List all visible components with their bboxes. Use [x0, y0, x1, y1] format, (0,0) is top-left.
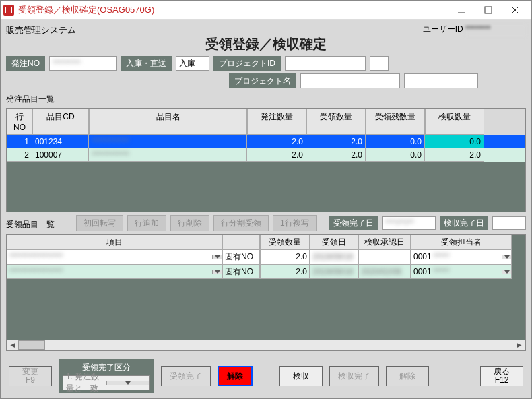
recv-done-kubun: 受領完了区分 1: 発注数量と一致 [59, 359, 154, 393]
recv-done-date-field[interactable]: ****/**/** [382, 216, 436, 230]
col-item-name: 品目名 [89, 109, 247, 135]
col-insp-qty: 検収数量 [425, 109, 484, 135]
change-button: 変更F9 [9, 366, 52, 386]
recv-done-date-label: 受領完了日 [329, 216, 378, 230]
release-button-2: 解除 [386, 366, 429, 386]
project-name-field[interactable] [300, 73, 400, 88]
col-line-no: 行NO [7, 109, 32, 135]
col-pic: 受領担当者 [411, 235, 512, 249]
order-no-label: 発注NO [6, 56, 45, 71]
scroll-right-icon[interactable]: ► [514, 340, 525, 350]
col-item: 項目 [7, 235, 222, 249]
dropdown-icon[interactable] [212, 255, 222, 259]
dropdown-icon[interactable] [502, 270, 511, 274]
app-window: 受領登録／検収確定(OSAG0570G) 販売管理システム ユーザーID ***… [0, 0, 532, 399]
order-items-grid: 行NO 品目CD 品目名 発注数量 受領数量 受領残数量 検収数量 1 0012… [6, 108, 526, 212]
scroll-left-icon[interactable]: ◄ [7, 340, 18, 350]
col-recv-date: 受領日 [310, 235, 358, 249]
project-id-field[interactable] [285, 56, 366, 71]
col-approve-date: 検収承認日 [358, 235, 411, 249]
insp-done-button: 検収完了 [329, 366, 379, 386]
project-name-aux-field[interactable] [404, 73, 478, 88]
insp-done-date-label: 検収完了日 [440, 216, 488, 230]
project-id-aux-field[interactable] [370, 56, 389, 71]
row-copy-button: 1行複写 [273, 215, 317, 231]
scroll-thumb[interactable] [18, 340, 45, 350]
insp-done-date-field[interactable] [492, 216, 526, 230]
table-row[interactable]: 2 100007 ************ 2.0 2.0 0.0 2.0 [7, 148, 525, 162]
user-id-value: ******** [465, 24, 526, 36]
order-no-field[interactable]: ********* [49, 56, 117, 71]
chevron-down-icon[interactable] [106, 381, 150, 385]
inspect-button[interactable]: 検収 [279, 366, 323, 386]
titlebar: 受領登録／検収確定(OSAG0570G) [1, 1, 531, 20]
page-title: 受領登録／検収確定 [6, 35, 526, 53]
svg-rect-1 [485, 7, 492, 13]
col-recv-qty: 受領数量 [306, 109, 366, 135]
table-row[interactable]: 1 001234 ************ 2.0 2.0 0.0 0.0 [7, 135, 525, 148]
app-icon [3, 5, 14, 16]
system-name: 販売管理システム [6, 24, 76, 36]
split-row-button: 行分割受領 [213, 215, 269, 231]
client-area: 販売管理システム ユーザーID ******** 受領登録／検収確定 発注NO … [1, 20, 531, 398]
project-id-label: プロジェクトID [213, 56, 281, 71]
maximize-button[interactable] [475, 2, 502, 18]
col-recv-qty2: 受領数量 [260, 235, 310, 249]
user-id-label: ユーザーID [423, 24, 463, 34]
table-row[interactable]: ***************** 固有NO 2.0 2019/09/18 00… [7, 249, 525, 264]
release-button-1[interactable]: 解除 [218, 366, 253, 386]
back-button[interactable]: 戻るF12 [480, 366, 523, 386]
add-row-button: 行追加 [127, 215, 166, 231]
dropdown-icon[interactable] [212, 270, 222, 274]
kubun-select[interactable]: 1: 発注数量と一致 [63, 375, 150, 390]
col-order-qty: 発注数量 [247, 109, 306, 135]
horizontal-scrollbar[interactable]: ◄ ► [7, 340, 525, 350]
project-name-label: プロジェクト名 [229, 73, 296, 88]
close-button[interactable] [502, 2, 529, 18]
receipt-items-title: 受領品目一覧 [6, 219, 55, 231]
col-rest-qty: 受領残数量 [366, 109, 425, 135]
recv-done-button: 受領完了 [161, 366, 211, 386]
table-row[interactable]: ***************** 固有NO 2.0 2019/09/18 20… [7, 264, 525, 279]
order-items-title: 発注品目一覧 [6, 94, 526, 105]
dropdown-icon[interactable] [502, 255, 511, 259]
window-title: 受領登録／検収確定(OSAG0570G) [18, 4, 448, 16]
col-item-cd: 品目CD [32, 109, 89, 135]
delete-row-button: 行削除 [170, 215, 209, 231]
stock-mode-field[interactable]: 入庫 [176, 56, 209, 71]
minimize-button[interactable] [448, 2, 475, 18]
copy-first-button: 初回転写 [76, 215, 123, 231]
receipt-items-grid: 項目 受領数量 受領日 検収承認日 受領担当者 ****************… [6, 234, 526, 351]
stock-mode-label: 入庫・直送 [121, 56, 172, 71]
